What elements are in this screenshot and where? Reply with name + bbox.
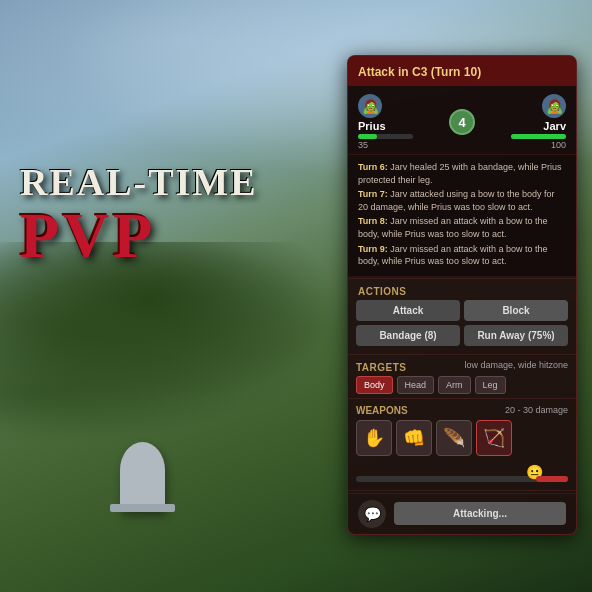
- gravestone: [120, 442, 165, 512]
- slider-area: 😐: [348, 462, 576, 488]
- weapon-feather-button[interactable]: 🪶: [436, 420, 472, 456]
- player-left-hp-bar: [358, 134, 413, 139]
- target-info: low damage, wide hitzone: [464, 360, 568, 370]
- run-away-button[interactable]: Run Away (75%): [464, 325, 568, 346]
- player-right-name: Jarv: [543, 120, 566, 132]
- chat-button[interactable]: 💬: [358, 500, 386, 528]
- game-panel: Attack in C3 (Turn 10) 🧟 Prius 35 4 🧟 Ja…: [347, 55, 577, 535]
- weapons-label: Weapons: [356, 405, 408, 416]
- log-entry-1: Turn 6: Jarv healed 25 with a bandage, w…: [358, 161, 566, 186]
- actions-label: Actions: [348, 281, 576, 300]
- panel-title: Attack in C3 (Turn 10): [358, 65, 481, 79]
- player-left-hp-text: 35: [358, 140, 368, 150]
- block-button[interactable]: Block: [464, 300, 568, 321]
- player-right-hp-bar: [511, 134, 566, 139]
- chat-icon: 💬: [364, 506, 381, 522]
- title-container: Real-Time PVP: [20, 160, 258, 273]
- divider-3: [348, 398, 576, 399]
- divider-4: [348, 490, 576, 491]
- target-arm-button[interactable]: Arm: [438, 376, 471, 394]
- player-right-hp-fill: [511, 134, 566, 139]
- targets-label: Targets: [356, 357, 407, 373]
- log-entry-4: Turn 9: Jarv missed an attack with a bow…: [358, 243, 566, 268]
- divider-1: [348, 278, 576, 279]
- target-leg-button[interactable]: Leg: [475, 376, 506, 394]
- weapons-section: Weapons 20 - 30 damage ✋ 👊 🪶 🏹: [348, 401, 576, 462]
- slider-track[interactable]: 😐: [356, 476, 568, 482]
- damage-range: 20 - 30 damage: [505, 405, 568, 415]
- weapons-row: ✋ 👊 🪶 🏹: [356, 420, 568, 456]
- target-body-button[interactable]: Body: [356, 376, 393, 394]
- weapon-hand-button[interactable]: ✋: [356, 420, 392, 456]
- divider-2: [348, 354, 576, 355]
- player-right-hp-text: 100: [551, 140, 566, 150]
- player-left-name: Prius: [358, 120, 386, 132]
- player-right: 🧟 Jarv 100: [511, 94, 566, 150]
- player-left-avatar: 🧟: [358, 94, 382, 118]
- panel-header: Attack in C3 (Turn 10): [348, 56, 576, 86]
- attack-button[interactable]: Attack: [356, 300, 460, 321]
- player-right-avatar: 🧟: [542, 94, 566, 118]
- bottom-bar: 💬 Attacking...: [348, 493, 576, 534]
- player-left: 🧟 Prius 35: [358, 94, 413, 150]
- turn-badge: 4: [449, 109, 475, 135]
- title-line1: Real-Time: [20, 160, 258, 204]
- log-entry-2: Turn 7: Jarv attacked using a bow to the…: [358, 188, 566, 213]
- attacking-button[interactable]: Attacking...: [394, 502, 566, 525]
- targets-top: Targets low damage, wide hitzone: [348, 357, 576, 376]
- players-row: 🧟 Prius 35 4 🧟 Jarv 100: [348, 86, 576, 154]
- slider-fill: [536, 476, 568, 482]
- actions-grid: Attack Block Bandage (8) Run Away (75%): [348, 300, 576, 352]
- weapon-fist-button[interactable]: 👊: [396, 420, 432, 456]
- combat-log: Turn 6: Jarv healed 25 with a bandage, w…: [348, 154, 576, 276]
- weapons-header: Weapons 20 - 30 damage: [356, 405, 568, 416]
- weapon-bow-button[interactable]: 🏹: [476, 420, 512, 456]
- bandage-button[interactable]: Bandage (8): [356, 325, 460, 346]
- target-head-button[interactable]: Head: [397, 376, 435, 394]
- targets-row: Body Head Arm Leg: [348, 376, 576, 396]
- log-entry-3: Turn 8: Jarv missed an attack with a bow…: [358, 215, 566, 240]
- player-left-hp-fill: [358, 134, 377, 139]
- title-line2: PVP: [20, 199, 258, 273]
